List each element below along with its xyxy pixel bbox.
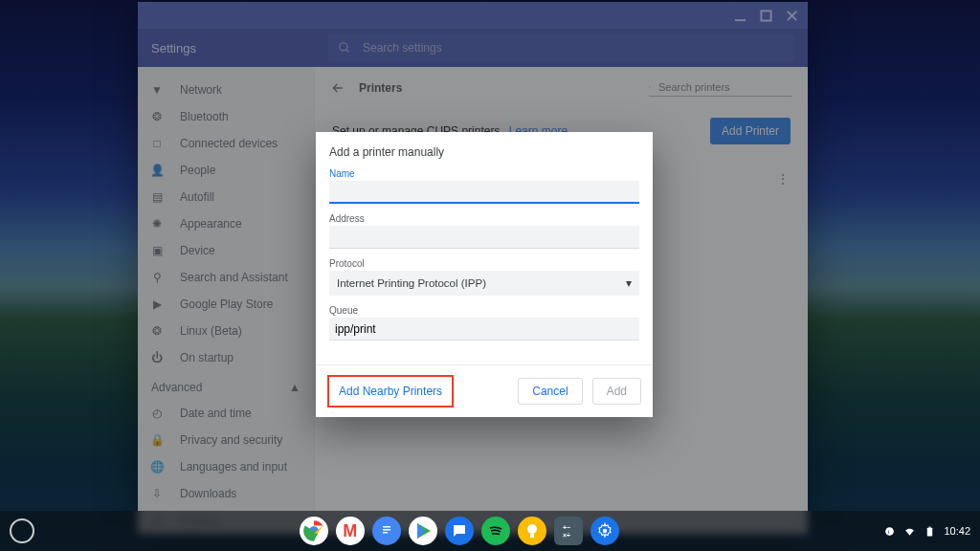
bluetooth-icon: ❂	[149, 110, 165, 123]
laptop-icon: ▣	[149, 244, 165, 257]
maximize-icon[interactable]	[760, 10, 772, 22]
svg-rect-11	[383, 532, 388, 534]
download-icon: ⇩	[149, 487, 165, 500]
svg-rect-10	[383, 529, 390, 531]
cancel-button[interactable]: Cancel	[518, 378, 582, 405]
sidebar-item-autofill[interactable]: ▤Autofill	[138, 184, 314, 210]
settings-search-input[interactable]	[361, 40, 785, 55]
desktop: Settings ▼Network ❂Bluetooth □Connected …	[0, 0, 980, 551]
address-input[interactable]	[329, 226, 639, 249]
name-label: Name	[329, 168, 639, 179]
svg-rect-0	[735, 19, 746, 21]
play-icon: ▶	[149, 298, 165, 311]
sidebar-item-people[interactable]: 👤People	[138, 157, 314, 184]
sidebar-item-connected-devices[interactable]: □Connected devices	[138, 130, 314, 157]
add-printer-button[interactable]: Add Printer	[710, 118, 791, 144]
globe-icon: 🌐	[149, 460, 165, 474]
svg-rect-22	[929, 526, 931, 527]
back-button[interactable]	[330, 80, 345, 96]
add-printer-dialog: Add a printer manually Name Address Prot…	[316, 132, 653, 417]
sidebar-item-appearance[interactable]: ✺Appearance	[138, 210, 314, 237]
shelf-apps: M +−×÷	[34, 517, 883, 545]
queue-input[interactable]	[329, 318, 639, 341]
search-icon	[338, 41, 351, 55]
system-tray[interactable]: i 10:42	[883, 525, 970, 538]
app-title: Settings	[151, 41, 300, 55]
sidebar-item-bluetooth[interactable]: ❂Bluetooth	[138, 103, 314, 130]
clock: 10:42	[944, 525, 970, 537]
sidebar-item-date-time[interactable]: ◴Date and time	[138, 400, 314, 427]
protocol-label: Protocol	[329, 258, 639, 269]
more-options-icon[interactable]: ⋮	[777, 172, 789, 186]
phone-icon: □	[149, 137, 165, 150]
autofill-icon: ▤	[149, 190, 165, 204]
svg-rect-9	[383, 526, 390, 528]
svg-point-18	[602, 529, 607, 534]
close-icon[interactable]	[786, 10, 798, 22]
settings-app-icon[interactable]	[590, 517, 619, 545]
sidebar-item-downloads[interactable]: ⇩Downloads	[138, 480, 314, 507]
name-input[interactable]	[329, 181, 639, 204]
notification-icon: i	[883, 525, 896, 538]
svg-rect-1	[761, 11, 770, 20]
svg-text:+−: +−	[563, 524, 570, 531]
search-icon: ⚲	[149, 271, 165, 284]
add-button[interactable]: Add	[592, 378, 641, 405]
shield-icon: 🔒	[149, 433, 165, 447]
dialog-actions: Add Nearby Printers Cancel Add	[316, 364, 653, 417]
protocol-value: Internet Printing Protocol (IPP)	[337, 277, 486, 289]
palette-icon: ✺	[149, 217, 165, 231]
svg-line-3	[346, 50, 349, 53]
sidebar-item-search-assistant[interactable]: ⚲Search and Assistant	[138, 264, 314, 291]
svg-point-14	[527, 524, 537, 534]
sidebar-item-device[interactable]: ▣Device	[138, 237, 314, 264]
sidebar-advanced-toggle[interactable]: Advanced ▲	[138, 371, 314, 400]
linux-icon: ❂	[149, 324, 165, 338]
svg-text:×÷: ×÷	[563, 532, 570, 539]
settings-search[interactable]	[328, 34, 794, 61]
svg-text:i: i	[888, 528, 889, 534]
svg-point-4	[649, 86, 650, 87]
wifi-tray-icon	[903, 525, 916, 538]
spotify-icon[interactable]	[481, 517, 510, 545]
add-nearby-printers-button[interactable]: Add Nearby Printers	[327, 375, 454, 408]
wifi-icon: ▼	[149, 83, 165, 97]
window-titlebar	[138, 2, 808, 29]
settings-sidebar: ▼Network ❂Bluetooth □Connected devices 👤…	[138, 67, 314, 534]
sidebar-item-network[interactable]: ▼Network	[138, 77, 314, 103]
gmail-icon[interactable]: M	[336, 517, 365, 545]
sidebar-item-privacy[interactable]: 🔒Privacy and security	[138, 427, 314, 453]
protocol-select[interactable]: Internet Printing Protocol (IPP) ▾	[329, 271, 639, 296]
svg-rect-15	[530, 534, 534, 538]
person-icon: 👤	[149, 164, 165, 177]
chrome-icon[interactable]	[300, 517, 328, 545]
sidebar-item-linux[interactable]: ❂Linux (Beta)	[138, 318, 314, 344]
shelf: M +−×÷ i 10:42	[0, 511, 980, 551]
launcher-button[interactable]	[10, 518, 34, 543]
svg-point-19	[886, 527, 895, 536]
power-icon: ⏻	[149, 351, 165, 364]
sidebar-item-google-play[interactable]: ▶Google Play Store	[138, 291, 314, 318]
page-header: Printers	[326, 67, 796, 108]
chevron-up-icon: ▲	[289, 381, 301, 394]
queue-label: Queue	[329, 305, 639, 316]
chevron-down-icon: ▾	[626, 276, 632, 290]
settings-header: Settings	[138, 29, 808, 67]
play-store-icon[interactable]	[409, 517, 437, 545]
address-label: Address	[329, 213, 639, 224]
printers-search[interactable]	[649, 78, 792, 97]
svg-rect-21	[927, 527, 932, 536]
messages-icon[interactable]	[445, 517, 474, 545]
clock-icon: ◴	[149, 407, 165, 420]
printers-search-input[interactable]	[657, 80, 792, 94]
calculator-icon[interactable]: +−×÷	[554, 517, 583, 545]
sidebar-item-on-startup[interactable]: ⏻On startup	[138, 344, 314, 371]
sidebar-item-languages[interactable]: 🌐Languages and input	[138, 453, 314, 480]
svg-rect-8	[380, 522, 393, 540]
keep-icon[interactable]	[518, 517, 546, 545]
docs-icon[interactable]	[372, 517, 401, 545]
battery-icon	[924, 525, 936, 538]
dialog-title: Add a printer manually	[329, 145, 639, 159]
minimize-icon[interactable]	[734, 10, 746, 22]
svg-point-2	[340, 43, 347, 51]
